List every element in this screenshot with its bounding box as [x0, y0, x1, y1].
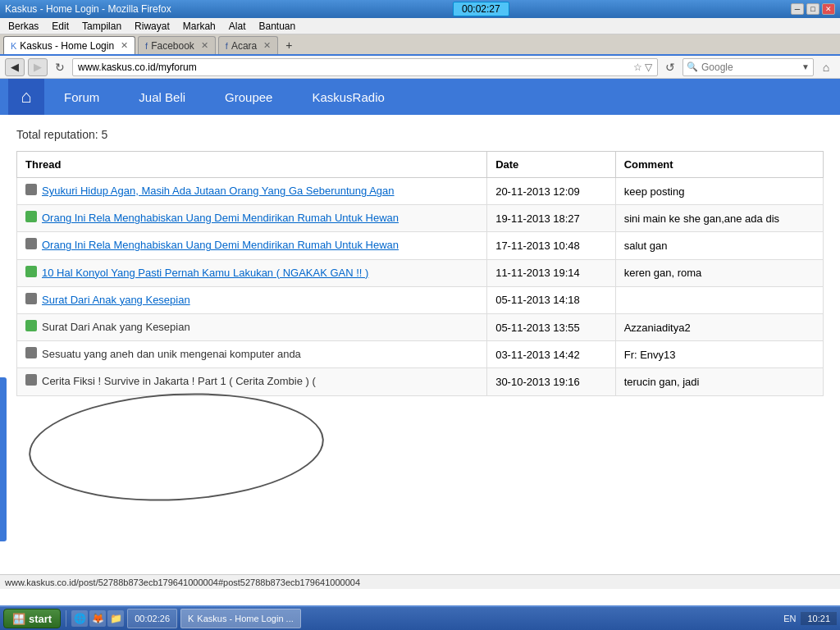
- thread-status-icon: [25, 293, 37, 304]
- statusbar: www.kaskus.co.id/post/52788b873ecb179641…: [0, 574, 840, 589]
- col-thread: Thread: [17, 152, 487, 178]
- tab-facebook-close[interactable]: ✕: [201, 40, 208, 51]
- table-row: Syukuri Hidup Agan, Masih Ada Jutaan Ora…: [17, 178, 824, 205]
- table-row: Cerita Fiksi ! Survive in Jakarta ! Part…: [17, 368, 824, 395]
- table-row: Surat Dari Anak yang Kesepian05-11-2013 …: [17, 286, 824, 313]
- side-indicator: [0, 377, 7, 541]
- thread-link[interactable]: Sesuatu yang aneh dan unik mengenai komp…: [42, 347, 301, 362]
- thread-cell: Orang Ini Rela Menghabiskan Uang Demi Me…: [17, 205, 487, 232]
- tab-kaskus-label: Kaskus - Home Login: [20, 40, 114, 52]
- window-controls: ─ □ ✕: [791, 3, 835, 15]
- timer-display: 00:02:27: [453, 2, 509, 16]
- nav-kaskusradio[interactable]: KaskusRadio: [292, 79, 404, 115]
- refresh-button[interactable]: ↻: [51, 58, 69, 76]
- facebook-tab-icon: f: [145, 41, 148, 51]
- thread-comment: sini main ke she gan,ane ada dis: [615, 205, 823, 232]
- new-tab-button[interactable]: +: [281, 36, 297, 54]
- home-button[interactable]: ⌂: [817, 58, 835, 76]
- menu-markah[interactable]: Markah: [178, 20, 221, 33]
- thread-status-icon: [25, 238, 37, 249]
- thread-link[interactable]: Surat Dari Anak yang Kesepian: [42, 320, 190, 335]
- tabbar: K Kaskus - Home Login ✕ f Facebook ✕ f A…: [0, 34, 840, 56]
- thread-link[interactable]: Cerita Fiksi ! Survive in Jakarta ! Part…: [42, 374, 316, 389]
- window-titlebar: Kaskus - Home Login - Mozilla Firefox 00…: [0, 0, 840, 18]
- thread-link[interactable]: Syukuri Hidup Agan, Masih Ada Jutaan Ora…: [42, 184, 395, 199]
- tab-facebook[interactable]: f Facebook ✕: [138, 36, 216, 54]
- forward-button[interactable]: ▶: [28, 58, 48, 76]
- thread-status-icon: [25, 320, 37, 331]
- menu-edit[interactable]: Edit: [47, 20, 74, 33]
- bookmark-stars[interactable]: ☆ ▽: [633, 62, 652, 73]
- menu-berkas[interactable]: Berkas: [3, 20, 43, 33]
- addressbar: ◀ ▶ ↻ www.kaskus.co.id/myforum ☆ ▽ ↺ 🔍 ▼…: [0, 56, 840, 79]
- reputation-text: Total reputation: 5: [16, 128, 824, 141]
- thread-comment: keep posting: [615, 178, 823, 205]
- thread-cell: Syukuri Hidup Agan, Masih Ada Jutaan Ora…: [17, 178, 487, 205]
- reload-button[interactable]: ↺: [661, 58, 679, 76]
- kaskus-home-button[interactable]: ⌂: [8, 79, 44, 115]
- thread-date: 19-11-2013 18:27: [487, 205, 616, 232]
- thread-status-icon: [25, 266, 37, 277]
- menu-alat[interactable]: Alat: [224, 20, 251, 33]
- thread-cell: Orang Ini Rela Menghabiskan Uang Demi Me…: [17, 232, 487, 259]
- thread-comment: Fr: Envy13: [615, 341, 823, 368]
- thread-status-icon: [25, 347, 37, 358]
- menu-riwayat[interactable]: Riwayat: [130, 20, 175, 33]
- tab-kaskus-close[interactable]: ✕: [121, 40, 128, 51]
- kaskus-tab-icon: K: [11, 41, 16, 51]
- col-date: Date: [487, 152, 616, 178]
- thread-date: 03-11-2013 14:42: [487, 341, 616, 368]
- thread-date: 20-11-2013 12:09: [487, 178, 616, 205]
- thread-status-icon: [25, 184, 37, 195]
- address-url: www.kaskus.co.id/myforum: [78, 62, 197, 73]
- acara-tab-icon: f: [226, 41, 228, 51]
- search-engine-icon: 🔍: [687, 62, 698, 72]
- search-box[interactable]: 🔍 ▼: [682, 58, 814, 76]
- thread-comment: keren gan, roma: [615, 259, 823, 286]
- table-row: Sesuatu yang aneh dan unik mengenai komp…: [17, 341, 824, 368]
- thread-comment: Azzaniaditya2: [615, 313, 823, 340]
- close-button[interactable]: ✕: [822, 3, 835, 15]
- tab-acara-close[interactable]: ✕: [263, 40, 271, 51]
- nav-forum[interactable]: Forum: [44, 79, 119, 115]
- tab-facebook-label: Facebook: [151, 40, 194, 52]
- menu-bantuan[interactable]: Bantuan: [253, 20, 300, 33]
- menubar: Berkas Edit Tampilan Riwayat Markah Alat…: [0, 18, 840, 34]
- nav-jualbeli[interactable]: Jual Beli: [119, 79, 205, 115]
- nav-groupee[interactable]: Groupee: [205, 79, 292, 115]
- tab-acara[interactable]: f Acara ✕: [218, 36, 278, 54]
- table-row: 10 Hal Konyol Yang Pasti Pernah Kamu Lak…: [17, 259, 824, 286]
- thread-link[interactable]: Orang Ini Rela Menghabiskan Uang Demi Me…: [42, 211, 399, 226]
- search-input[interactable]: [701, 62, 798, 73]
- thread-link[interactable]: Orang Ini Rela Menghabiskan Uang Demi Me…: [42, 238, 399, 253]
- tab-kaskus[interactable]: K Kaskus - Home Login ✕: [3, 36, 135, 54]
- thread-cell: Surat Dari Anak yang Kesepian: [17, 313, 487, 340]
- thread-link[interactable]: 10 Hal Konyol Yang Pasti Pernah Kamu Lak…: [42, 266, 368, 281]
- maximize-button[interactable]: □: [806, 3, 819, 15]
- table-row: Surat Dari Anak yang Kesepian05-11-2013 …: [17, 313, 824, 340]
- thread-comment: [615, 286, 823, 313]
- main-content: Total reputation: 5 Thread Date Comment …: [0, 115, 840, 574]
- back-button[interactable]: ◀: [5, 58, 25, 76]
- circle-annotation: [26, 386, 326, 509]
- thread-date: 17-11-2013 10:48: [487, 232, 616, 259]
- thread-date: 30-10-2013 19:16: [487, 368, 616, 395]
- menu-tampilan[interactable]: Tampilan: [77, 20, 126, 33]
- thread-cell: 10 Hal Konyol Yang Pasti Pernah Kamu Lak…: [17, 259, 487, 286]
- thread-status-icon: [25, 374, 37, 386]
- thread-comment: terucin gan, jadi: [615, 368, 823, 395]
- kaskus-navbar: ⌂ Forum Jual Beli Groupee KaskusRadio: [0, 79, 840, 115]
- thread-link[interactable]: Surat Dari Anak yang Kesepian: [42, 293, 190, 308]
- search-dropdown[interactable]: ▼: [801, 62, 810, 71]
- thread-cell: Sesuatu yang aneh dan unik mengenai komp…: [17, 341, 487, 368]
- thread-cell: Surat Dari Anak yang Kesepian: [17, 286, 487, 313]
- tab-acara-label: Acara: [231, 40, 257, 52]
- window-title: Kaskus - Home Login - Mozilla Firefox: [5, 3, 171, 15]
- thread-date: 05-11-2013 13:55: [487, 313, 616, 340]
- thread-date: 11-11-2013 19:14: [487, 259, 616, 286]
- thread-cell: Cerita Fiksi ! Survive in Jakarta ! Part…: [17, 368, 487, 395]
- table-row: Orang Ini Rela Menghabiskan Uang Demi Me…: [17, 205, 824, 232]
- address-bar[interactable]: www.kaskus.co.id/myforum ☆ ▽: [72, 58, 658, 76]
- minimize-button[interactable]: ─: [791, 3, 804, 15]
- table-row: Orang Ini Rela Menghabiskan Uang Demi Me…: [17, 232, 824, 259]
